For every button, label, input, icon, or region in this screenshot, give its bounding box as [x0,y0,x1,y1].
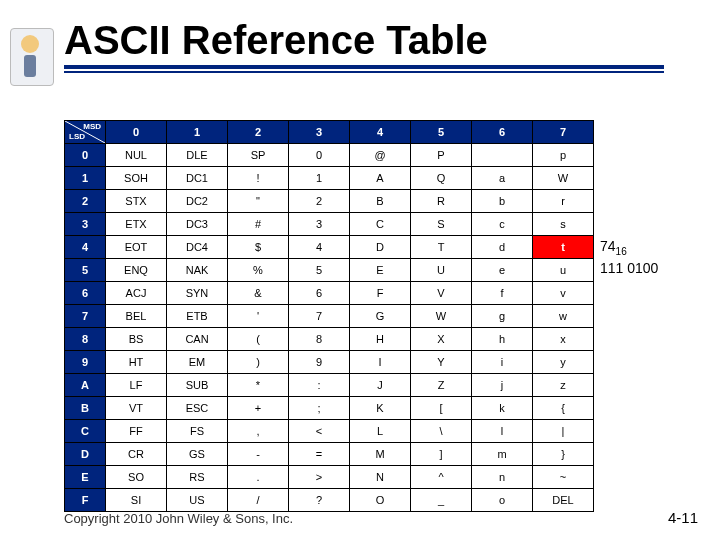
ascii-cell: 5 [289,259,350,282]
ascii-cell: % [228,259,289,282]
ascii-cell: L [350,420,411,443]
ascii-cell: G [350,305,411,328]
annotation-hex-base: 16 [616,246,627,257]
slide: ASCII Reference Table MSD LSD 01234567 0… [0,0,720,540]
header-row: MSD LSD 01234567 [65,121,594,144]
ascii-cell: O [350,489,411,512]
ascii-cell: z [533,374,594,397]
ascii-cell: l [472,420,533,443]
annotation-hex-value: 74 [600,238,616,254]
ascii-cell: _ [411,489,472,512]
ascii-cell: r [533,190,594,213]
ascii-cell: S [411,213,472,236]
ascii-cell: m [472,443,533,466]
ascii-cell: RS [167,466,228,489]
table-row: 5ENQNAK%5EUeu [65,259,594,282]
ascii-cell: : [289,374,350,397]
col-header: 1 [167,121,228,144]
ascii-cell: y [533,351,594,374]
ascii-cell: SP [228,144,289,167]
ascii-cell: 7 [289,305,350,328]
ascii-cell: ' [228,305,289,328]
ascii-cell: ETX [106,213,167,236]
table-row: 0NULDLESP0@Pp [65,144,594,167]
ascii-cell: < [289,420,350,443]
title-rule [64,65,664,69]
title-subrule [64,71,664,73]
col-header: 6 [472,121,533,144]
ascii-cell: A [350,167,411,190]
ascii-cell: H [350,328,411,351]
ascii-cell: STX [106,190,167,213]
ascii-cell: ( [228,328,289,351]
ascii-cell: w [533,305,594,328]
ascii-cell [472,144,533,167]
ascii-cell: FF [106,420,167,443]
ascii-cell: 0 [289,144,350,167]
ascii-cell: GS [167,443,228,466]
row-header: 5 [65,259,106,282]
ascii-cell: ; [289,397,350,420]
table-row: FSIUS/?O_oDEL [65,489,594,512]
table-row: 2STXDC2"2BRbr [65,190,594,213]
ascii-cell: CR [106,443,167,466]
row-header: 7 [65,305,106,328]
page-title: ASCII Reference Table [64,18,720,63]
ascii-cell: } [533,443,594,466]
ascii-cell: { [533,397,594,420]
table-row: 9HTEM)9IYiy [65,351,594,374]
ascii-cell: v [533,282,594,305]
col-header: 3 [289,121,350,144]
ascii-cell: US [167,489,228,512]
row-header: 6 [65,282,106,305]
ascii-cell: $ [228,236,289,259]
ascii-cell: g [472,305,533,328]
ascii-cell: ! [228,167,289,190]
ascii-cell: n [472,466,533,489]
ascii-cell: > [289,466,350,489]
ascii-cell: DC2 [167,190,228,213]
ascii-cell: Y [411,351,472,374]
table-row: ALFSUB*:JZjz [65,374,594,397]
ascii-cell: SUB [167,374,228,397]
row-header: D [65,443,106,466]
ascii-cell: SYN [167,282,228,305]
ascii-cell: ^ [411,466,472,489]
ascii-cell: o [472,489,533,512]
ascii-cell: EM [167,351,228,374]
ascii-cell: V [411,282,472,305]
ascii-cell: - [228,443,289,466]
table-row: 7BELETB'7GWgw [65,305,594,328]
ascii-cell: / [228,489,289,512]
ascii-cell: M [350,443,411,466]
mascot-icon [10,28,54,86]
ascii-cell: p [533,144,594,167]
ascii-cell: N [350,466,411,489]
annotation-bin: 111 0100 [600,260,658,276]
ascii-cell: K [350,397,411,420]
ascii-cell: ] [411,443,472,466]
ascii-cell: f [472,282,533,305]
ascii-table: MSD LSD 01234567 0NULDLESP0@Pp1SOHDC1!1A… [64,120,594,512]
col-header: 2 [228,121,289,144]
ascii-cell: CAN [167,328,228,351]
ascii-table-body: 0NULDLESP0@Pp1SOHDC1!1AQaW2STXDC2"2BRbr3… [65,144,594,512]
ascii-cell: x [533,328,594,351]
ascii-cell: b [472,190,533,213]
col-header: 7 [533,121,594,144]
ascii-cell: LF [106,374,167,397]
ascii-cell: NUL [106,144,167,167]
table-row: 3ETXDC3#3CScs [65,213,594,236]
ascii-cell: " [228,190,289,213]
row-header: E [65,466,106,489]
ascii-cell: + [228,397,289,420]
col-header: 4 [350,121,411,144]
ascii-cell: Z [411,374,472,397]
ascii-cell: SO [106,466,167,489]
ascii-cell: DC4 [167,236,228,259]
ascii-table-wrap: MSD LSD 01234567 0NULDLESP0@Pp1SOHDC1!1A… [64,120,594,512]
ascii-cell: 3 [289,213,350,236]
ascii-cell: BEL [106,305,167,328]
ascii-cell: C [350,213,411,236]
ascii-cell: D [350,236,411,259]
